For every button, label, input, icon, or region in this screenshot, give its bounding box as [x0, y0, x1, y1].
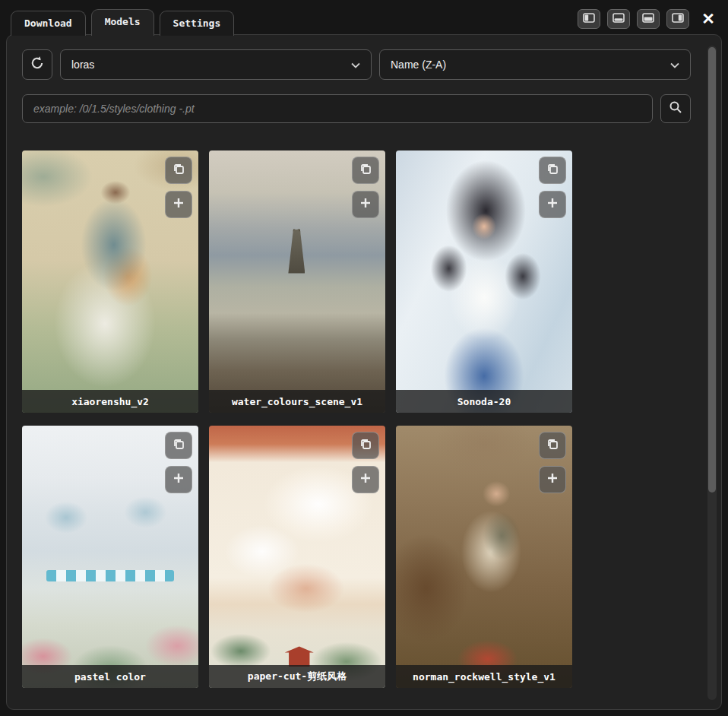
copy-button[interactable] — [539, 432, 566, 459]
awning-shape — [46, 570, 173, 581]
scrollbar[interactable] — [707, 46, 717, 700]
copy-button[interactable] — [539, 157, 566, 184]
copy-button[interactable] — [352, 432, 379, 459]
scrollbar-thumb[interactable] — [708, 47, 716, 493]
model-name: pastel color — [22, 665, 198, 688]
card-actions — [165, 157, 192, 218]
card-actions — [165, 432, 192, 493]
plus-icon — [546, 472, 559, 487]
tab-download[interactable]: Download — [11, 11, 86, 36]
model-name: paper-cut-剪纸风格 — [209, 665, 385, 688]
dock-bottom-button[interactable] — [607, 9, 630, 29]
add-button[interactable] — [539, 191, 566, 218]
card-actions — [539, 432, 566, 493]
dock-left-icon — [583, 12, 595, 26]
add-button[interactable] — [352, 466, 379, 493]
copy-icon — [173, 163, 185, 178]
copy-icon — [173, 438, 185, 453]
plus-icon — [173, 197, 185, 212]
model-type-value: loras — [71, 59, 94, 71]
model-card[interactable]: xiaorenshu_v2 — [22, 150, 198, 413]
card-actions — [539, 157, 566, 218]
search-row — [22, 94, 691, 123]
chevron-down-icon — [351, 59, 360, 71]
temple-shape — [285, 646, 314, 667]
add-button[interactable] — [539, 466, 566, 493]
search-input[interactable] — [22, 94, 653, 123]
chevron-down-icon — [670, 59, 679, 71]
add-button[interactable] — [165, 466, 192, 493]
plus-icon — [359, 197, 372, 212]
dock-bottom-icon — [612, 12, 625, 26]
refresh-icon — [30, 55, 45, 74]
copy-icon — [546, 163, 559, 178]
copy-icon — [359, 438, 372, 453]
dock-right-button[interactable] — [666, 9, 689, 29]
dock-right-icon — [672, 12, 684, 26]
plus-icon — [359, 472, 372, 487]
plus-icon — [546, 197, 559, 212]
dock-bottom-large-icon — [642, 12, 654, 26]
tab-models[interactable]: Models — [91, 9, 154, 36]
model-name: water_colours_scene_v1 — [209, 390, 385, 413]
dock-left-button[interactable] — [578, 9, 600, 29]
models-panel: loras Name (Z-A) xiaorens — [6, 34, 722, 710]
windmill-shape — [288, 230, 305, 274]
copy-icon — [359, 163, 372, 178]
tab-settings[interactable]: Settings — [160, 11, 235, 36]
copy-button[interactable] — [165, 432, 192, 459]
plus-icon — [173, 472, 185, 487]
model-card[interactable]: water_colours_scene_v1 — [209, 150, 385, 413]
copy-button[interactable] — [352, 157, 379, 184]
model-card[interactable]: paper-cut-剪纸风格 — [209, 426, 385, 688]
search-icon — [669, 100, 682, 117]
refresh-button[interactable] — [22, 49, 52, 80]
model-grid: xiaorenshu_v2 water_colours_scene_v1 Son… — [22, 150, 691, 688]
model-type-select[interactable]: loras — [60, 49, 372, 80]
card-actions — [352, 432, 379, 493]
model-card[interactable]: norman_rockwell_style_v1 — [396, 426, 572, 688]
model-card[interactable]: Sonoda-20 — [396, 150, 572, 413]
model-name: Sonoda-20 — [396, 390, 572, 413]
add-button[interactable] — [352, 191, 379, 218]
model-name: xiaorenshu_v2 — [22, 390, 198, 413]
window-controls: ✕ — [578, 8, 719, 30]
search-button[interactable] — [660, 94, 691, 123]
close-button[interactable]: ✕ — [698, 8, 719, 30]
copy-button[interactable] — [165, 157, 192, 184]
add-button[interactable] — [165, 191, 192, 218]
copy-icon — [546, 438, 559, 453]
card-actions — [352, 157, 379, 218]
toolbar: loras Name (Z-A) — [22, 49, 691, 80]
model-card[interactable]: pastel color — [22, 426, 198, 688]
sort-value: Name (Z-A) — [391, 59, 446, 71]
sort-select[interactable]: Name (Z-A) — [379, 49, 691, 80]
dock-bottom-large-button[interactable] — [637, 9, 660, 29]
model-name: norman_rockwell_style_v1 — [396, 665, 572, 688]
